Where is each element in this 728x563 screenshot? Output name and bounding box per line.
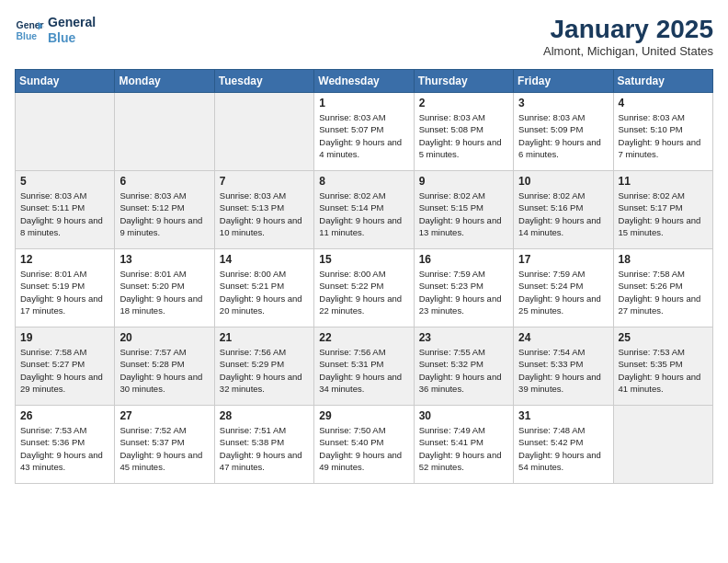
day-number: 24 <box>518 331 608 344</box>
day-number: 2 <box>419 97 508 109</box>
logo-text: GeneralBlue <box>48 15 96 46</box>
calendar-cell: 9Sunrise: 8:02 AMSunset: 5:15 PMDaylight… <box>414 171 513 249</box>
calendar-cell <box>115 93 214 171</box>
calendar-cell <box>214 93 313 171</box>
calendar-cell: 23Sunrise: 7:55 AMSunset: 5:32 PMDayligh… <box>414 327 513 406</box>
location: Almont, Michigan, United States <box>543 44 713 58</box>
day-number: 26 <box>20 409 109 422</box>
month-title: January 2025 <box>543 15 713 44</box>
calendar-week-row: 19Sunrise: 7:58 AMSunset: 5:27 PMDayligh… <box>16 327 713 406</box>
day-number: 30 <box>419 409 508 422</box>
day-info: Sunrise: 7:59 AMSunset: 5:24 PMDaylight:… <box>518 268 608 316</box>
calendar-cell: 29Sunrise: 7:50 AMSunset: 5:40 PMDayligh… <box>314 406 414 484</box>
calendar-cell: 26Sunrise: 7:53 AMSunset: 5:36 PMDayligh… <box>16 406 115 484</box>
day-info: Sunrise: 8:01 AMSunset: 5:19 PMDaylight:… <box>20 268 109 316</box>
day-number: 14 <box>220 253 309 266</box>
day-number: 6 <box>119 175 209 188</box>
calendar-cell: 18Sunrise: 7:58 AMSunset: 5:26 PMDayligh… <box>613 249 712 327</box>
calendar-cell: 16Sunrise: 7:59 AMSunset: 5:23 PMDayligh… <box>414 249 513 327</box>
weekday-header-tuesday: Tuesday <box>214 70 313 93</box>
calendar-cell: 13Sunrise: 8:01 AMSunset: 5:20 PMDayligh… <box>115 249 214 327</box>
day-number: 27 <box>119 409 209 422</box>
weekday-header-wednesday: Wednesday <box>314 70 414 93</box>
calendar-cell: 6Sunrise: 8:03 AMSunset: 5:12 PMDaylight… <box>115 171 214 249</box>
calendar-cell <box>16 93 115 171</box>
day-number: 22 <box>319 331 408 344</box>
day-info: Sunrise: 7:53 AMSunset: 5:36 PMDaylight:… <box>20 424 109 473</box>
day-info: Sunrise: 7:56 AMSunset: 5:31 PMDaylight:… <box>319 346 408 395</box>
day-info: Sunrise: 8:03 AMSunset: 5:11 PMDaylight:… <box>20 190 109 238</box>
day-number: 28 <box>220 409 309 422</box>
day-info: Sunrise: 8:00 AMSunset: 5:22 PMDaylight:… <box>319 268 408 316</box>
day-number: 9 <box>419 175 508 188</box>
day-number: 20 <box>119 331 209 344</box>
day-info: Sunrise: 7:55 AMSunset: 5:32 PMDaylight:… <box>419 346 508 395</box>
calendar-cell: 4Sunrise: 8:03 AMSunset: 5:10 PMDaylight… <box>613 93 712 171</box>
day-number: 8 <box>319 175 408 188</box>
day-info: Sunrise: 7:56 AMSunset: 5:29 PMDaylight:… <box>220 346 309 395</box>
day-info: Sunrise: 7:50 AMSunset: 5:40 PMDaylight:… <box>319 424 408 473</box>
day-number: 29 <box>319 409 408 422</box>
day-info: Sunrise: 8:03 AMSunset: 5:12 PMDaylight:… <box>119 190 209 238</box>
day-number: 4 <box>619 97 708 109</box>
calendar-cell: 28Sunrise: 7:51 AMSunset: 5:38 PMDayligh… <box>214 406 313 484</box>
day-number: 13 <box>119 253 209 266</box>
day-info: Sunrise: 8:02 AMSunset: 5:17 PMDaylight:… <box>619 190 708 238</box>
logo-icon: General Blue <box>15 16 44 45</box>
weekday-header-sunday: Sunday <box>16 70 115 93</box>
calendar-cell: 19Sunrise: 7:58 AMSunset: 5:27 PMDayligh… <box>16 327 115 406</box>
day-info: Sunrise: 7:57 AMSunset: 5:28 PMDaylight:… <box>119 346 209 395</box>
calendar-cell: 1Sunrise: 8:03 AMSunset: 5:07 PMDaylight… <box>314 93 414 171</box>
calendar-cell: 7Sunrise: 8:03 AMSunset: 5:13 PMDaylight… <box>214 171 313 249</box>
calendar-cell: 12Sunrise: 8:01 AMSunset: 5:19 PMDayligh… <box>16 249 115 327</box>
weekday-header-saturday: Saturday <box>613 70 712 93</box>
day-number: 10 <box>518 175 608 188</box>
calendar-cell: 5Sunrise: 8:03 AMSunset: 5:11 PMDaylight… <box>16 171 115 249</box>
page-header: General Blue GeneralBlue January 2025 Al… <box>15 15 713 58</box>
day-info: Sunrise: 8:03 AMSunset: 5:09 PMDaylight:… <box>518 111 608 160</box>
day-number: 23 <box>419 331 508 344</box>
day-number: 15 <box>319 253 408 266</box>
day-number: 18 <box>619 253 708 266</box>
day-number: 17 <box>518 253 608 266</box>
day-info: Sunrise: 7:59 AMSunset: 5:23 PMDaylight:… <box>419 268 508 316</box>
calendar-cell: 10Sunrise: 8:02 AMSunset: 5:16 PMDayligh… <box>514 171 613 249</box>
calendar-cell <box>613 406 712 484</box>
calendar-cell: 15Sunrise: 8:00 AMSunset: 5:22 PMDayligh… <box>314 249 414 327</box>
calendar-cell: 25Sunrise: 7:53 AMSunset: 5:35 PMDayligh… <box>613 327 712 406</box>
calendar-cell: 8Sunrise: 8:02 AMSunset: 5:14 PMDaylight… <box>314 171 414 249</box>
calendar-cell: 14Sunrise: 8:00 AMSunset: 5:21 PMDayligh… <box>214 249 313 327</box>
calendar-cell: 3Sunrise: 8:03 AMSunset: 5:09 PMDaylight… <box>514 93 613 171</box>
day-number: 7 <box>220 175 309 188</box>
day-info: Sunrise: 7:58 AMSunset: 5:26 PMDaylight:… <box>619 268 708 316</box>
day-info: Sunrise: 8:02 AMSunset: 5:16 PMDaylight:… <box>518 190 608 238</box>
day-number: 3 <box>518 97 608 109</box>
day-number: 12 <box>20 253 109 266</box>
weekday-header-row: SundayMondayTuesdayWednesdayThursdayFrid… <box>16 70 713 93</box>
calendar-cell: 22Sunrise: 7:56 AMSunset: 5:31 PMDayligh… <box>314 327 414 406</box>
weekday-header-monday: Monday <box>115 70 214 93</box>
day-info: Sunrise: 8:03 AMSunset: 5:08 PMDaylight:… <box>419 111 508 160</box>
day-number: 11 <box>619 175 708 188</box>
day-info: Sunrise: 7:49 AMSunset: 5:41 PMDaylight:… <box>419 424 508 473</box>
weekday-header-thursday: Thursday <box>414 70 513 93</box>
day-number: 1 <box>319 97 408 109</box>
day-info: Sunrise: 8:03 AMSunset: 5:10 PMDaylight:… <box>619 111 708 160</box>
day-number: 16 <box>419 253 508 266</box>
calendar-cell: 17Sunrise: 7:59 AMSunset: 5:24 PMDayligh… <box>514 249 613 327</box>
day-info: Sunrise: 7:52 AMSunset: 5:37 PMDaylight:… <box>119 424 209 473</box>
calendar-week-row: 26Sunrise: 7:53 AMSunset: 5:36 PMDayligh… <box>16 406 713 484</box>
calendar-cell: 27Sunrise: 7:52 AMSunset: 5:37 PMDayligh… <box>115 406 214 484</box>
day-info: Sunrise: 8:00 AMSunset: 5:21 PMDaylight:… <box>220 268 309 316</box>
calendar-week-row: 12Sunrise: 8:01 AMSunset: 5:19 PMDayligh… <box>16 249 713 327</box>
day-info: Sunrise: 8:03 AMSunset: 5:07 PMDaylight:… <box>319 111 408 160</box>
calendar-cell: 2Sunrise: 8:03 AMSunset: 5:08 PMDaylight… <box>414 93 513 171</box>
day-info: Sunrise: 7:48 AMSunset: 5:42 PMDaylight:… <box>518 424 608 473</box>
day-number: 31 <box>518 409 608 422</box>
day-info: Sunrise: 8:02 AMSunset: 5:15 PMDaylight:… <box>419 190 508 238</box>
calendar-cell: 24Sunrise: 7:54 AMSunset: 5:33 PMDayligh… <box>514 327 613 406</box>
day-info: Sunrise: 7:54 AMSunset: 5:33 PMDaylight:… <box>518 346 608 395</box>
logo: General Blue GeneralBlue <box>15 15 96 46</box>
day-info: Sunrise: 8:01 AMSunset: 5:20 PMDaylight:… <box>119 268 209 316</box>
calendar-week-row: 1Sunrise: 8:03 AMSunset: 5:07 PMDaylight… <box>16 93 713 171</box>
